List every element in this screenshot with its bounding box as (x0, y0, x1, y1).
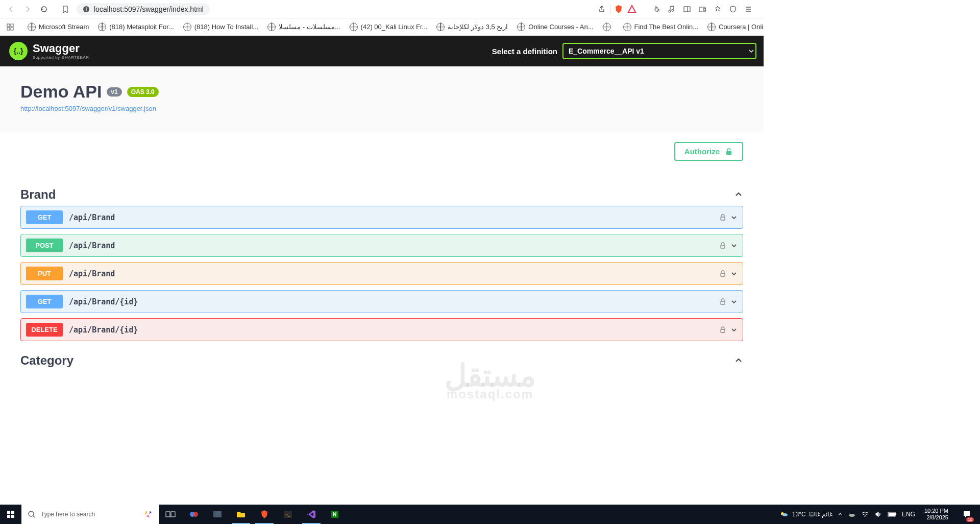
definition-select-label: Select a definition (492, 47, 557, 56)
operation-method: DELETE (26, 323, 63, 337)
tag-name: Category (20, 353, 74, 368)
operation-method: GET (26, 210, 63, 224)
lock-icon (719, 270, 726, 277)
svg-rect-13 (726, 151, 731, 155)
brave-rewards-icon[interactable] (627, 4, 637, 14)
operation-path: /api/Brand/{id} (69, 325, 138, 335)
bookmark-icon[interactable] (59, 3, 71, 15)
lock-icon (719, 326, 726, 334)
globe-icon (28, 23, 36, 31)
svg-text:i: i (86, 7, 87, 12)
tag-section-brand: BrandGET/api/BrandPOST/api/BrandPUT/api/… (20, 183, 743, 341)
globe-icon (267, 23, 276, 31)
swagger-json-link[interactable]: http://localhost:5097/swagger/v1/swagger… (20, 105, 743, 112)
svg-rect-12 (11, 28, 13, 30)
url-text: localhost:5097/swagger/index.html (94, 5, 204, 13)
chevron-down-icon (730, 298, 738, 305)
bookmark-label: Online Courses - An... (528, 23, 593, 31)
chevron-icon (734, 356, 743, 365)
svg-rect-5 (703, 9, 705, 10)
api-info-section: Demo API v1 OAS 3.0 http://localhost:509… (0, 66, 764, 133)
chevron-down-icon (730, 270, 738, 277)
svg-rect-14 (721, 217, 725, 220)
lock-icon (719, 298, 726, 305)
operation-path: /api/Brand (69, 269, 115, 278)
music-icon[interactable] (667, 4, 677, 14)
chevron-down-icon (730, 214, 738, 221)
bookmark-label: (42) 00_Kali Linux Fr... (361, 23, 428, 31)
chevron-down-icon (730, 326, 738, 334)
share-icon[interactable] (597, 4, 607, 14)
swagger-logo-subtext: Supported by SMARTBEAR (33, 56, 89, 60)
globe-icon (350, 23, 358, 31)
bookmark-item[interactable]: اربح 3,5 دولار لكلإجابة (433, 22, 511, 32)
svg-rect-9 (7, 24, 10, 27)
operation-method: PUT (26, 267, 63, 280)
definition-select[interactable]: E_Commerce__API v1 (562, 43, 756, 59)
forward-button[interactable] (21, 3, 34, 15)
operation-post[interactable]: POST/api/Brand (20, 234, 743, 257)
authorize-button[interactable]: Authorize (674, 142, 743, 161)
address-bar[interactable]: i localhost:5097/swagger/index.html (77, 3, 210, 15)
svg-rect-2 (684, 7, 690, 12)
api-oas-badge: OAS 3.0 (127, 87, 159, 97)
svg-rect-17 (721, 301, 725, 304)
globe-icon (603, 23, 611, 31)
apps-icon[interactable] (6, 22, 14, 32)
tag-section-category: Category (20, 349, 743, 372)
operation-method: GET (26, 295, 63, 308)
authorize-label: Authorize (684, 147, 720, 156)
reload-button[interactable] (38, 3, 50, 15)
leo-icon[interactable] (713, 4, 723, 14)
browser-toolbar: i localhost:5097/swagger/index.html (0, 0, 764, 18)
shield-icon[interactable] (728, 4, 738, 14)
svg-rect-11 (7, 28, 10, 30)
bookmark-item[interactable]: (818) How To Install... (180, 22, 261, 32)
tag-header[interactable]: Brand (20, 183, 743, 206)
bookmark-item[interactable] (600, 22, 617, 32)
operation-method: POST (26, 239, 63, 252)
globe-icon (623, 23, 631, 31)
bookmark-label: Find The Best Onlin... (634, 23, 699, 31)
bookmark-item[interactable]: Online Courses - An... (514, 22, 596, 32)
swagger-logo-text: Swagger (33, 43, 89, 54)
operation-path: /api/Brand/{id} (69, 297, 138, 306)
tag-name: Brand (20, 187, 56, 202)
globe-icon (517, 23, 525, 31)
operation-get[interactable]: GET/api/Brand/{id} (20, 290, 743, 313)
bookmark-label: (818) Metasploit For... (109, 23, 174, 31)
api-version-badge: v1 (107, 87, 121, 97)
operation-delete[interactable]: DELETE/api/Brand/{id} (20, 318, 743, 341)
api-title-text: Demo API (20, 82, 102, 102)
bookmark-label: Microsoft Stream (39, 23, 89, 31)
sidepanel-icon[interactable] (682, 4, 692, 14)
bookmark-item[interactable]: Microsoft Stream (24, 22, 92, 32)
api-title: Demo API v1 OAS 3.0 (20, 82, 743, 102)
info-icon: i (83, 6, 90, 13)
operations-container: BrandGET/api/BrandPOST/api/BrandPUT/api/… (0, 170, 764, 387)
extensions-icon[interactable] (651, 4, 662, 14)
bookmarks-bar: Microsoft Stream(818) Metasploit For...(… (0, 18, 764, 36)
svg-rect-4 (699, 7, 705, 12)
scheme-section: Authorize (0, 133, 764, 170)
bookmark-item[interactable]: Find The Best Onlin... (620, 22, 702, 32)
bookmark-label: اربح 3,5 دولار لكلإجابة (448, 23, 508, 31)
svg-rect-18 (721, 329, 725, 332)
chevron-down-icon (730, 242, 738, 249)
brave-shields-icon[interactable] (614, 4, 624, 14)
operation-path: /api/Brand (69, 241, 115, 250)
lock-open-icon (725, 148, 733, 156)
bookmark-item[interactable]: Coursera | Online C... (704, 22, 764, 32)
bookmark-item[interactable]: (42) 00_Kali Linux Fr... (347, 22, 431, 32)
operation-put[interactable]: PUT/api/Brand (20, 262, 743, 285)
operation-get[interactable]: GET/api/Brand (20, 206, 743, 229)
swagger-logo-icon: {..} (9, 42, 28, 60)
tag-header[interactable]: Category (20, 349, 743, 372)
bookmark-item[interactable]: مسلسلات - مسلسلا... (264, 22, 343, 32)
menu-icon[interactable] (743, 4, 753, 14)
back-button[interactable] (5, 3, 17, 15)
bookmark-label: Coursera | Online C... (719, 23, 764, 31)
wallet-icon[interactable] (697, 4, 707, 14)
bookmark-item[interactable]: (818) Metasploit For... (95, 22, 177, 32)
globe-icon (707, 23, 716, 31)
